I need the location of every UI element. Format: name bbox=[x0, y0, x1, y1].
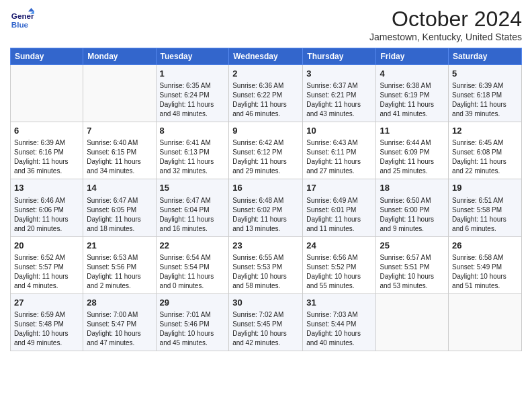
daylight-text: Daylight: 11 hours and 4 minutes. bbox=[14, 272, 79, 291]
daylight-text: Daylight: 11 hours and 13 minutes. bbox=[232, 215, 299, 234]
daylight-text: Daylight: 10 hours and 40 minutes. bbox=[306, 329, 372, 348]
day-number: 27 bbox=[14, 297, 79, 309]
sunrise-text: Sunrise: 6:48 AM bbox=[232, 196, 299, 205]
daylight-text: Daylight: 10 hours and 53 minutes. bbox=[380, 272, 445, 291]
sunrise-text: Sunrise: 6:46 AM bbox=[14, 196, 79, 205]
calendar-cell: 31Sunrise: 7:03 AMSunset: 5:44 PMDayligh… bbox=[303, 293, 376, 351]
calendar-cell: 24Sunrise: 6:56 AMSunset: 5:52 PMDayligh… bbox=[303, 236, 376, 293]
sunrise-text: Sunrise: 7:01 AM bbox=[160, 310, 226, 320]
sunrise-text: Sunrise: 6:45 AM bbox=[452, 138, 518, 148]
calendar-cell: 9Sunrise: 6:42 AMSunset: 6:12 PMDaylight… bbox=[229, 122, 303, 179]
daylight-text: Daylight: 11 hours and 41 minutes. bbox=[380, 100, 445, 119]
sunrise-text: Sunrise: 6:39 AM bbox=[452, 81, 518, 91]
calendar-cell: 18Sunrise: 6:50 AMSunset: 6:00 PMDayligh… bbox=[376, 179, 449, 236]
title-block: October 2024 Jamestown, Kentucky, United… bbox=[369, 7, 522, 42]
sunset-text: Sunset: 6:13 PM bbox=[160, 148, 226, 157]
calendar-cell: 17Sunrise: 6:49 AMSunset: 6:01 PMDayligh… bbox=[303, 179, 376, 236]
svg-text:Blue: Blue bbox=[11, 20, 29, 29]
sunset-text: Sunset: 5:49 PM bbox=[452, 263, 518, 272]
daylight-text: Daylight: 11 hours and 16 minutes. bbox=[160, 215, 226, 234]
calendar-cell: 11Sunrise: 6:44 AMSunset: 6:09 PMDayligh… bbox=[376, 122, 449, 179]
daylight-text: Daylight: 11 hours and 39 minutes. bbox=[452, 100, 518, 119]
day-number: 26 bbox=[452, 240, 518, 252]
day-number: 18 bbox=[380, 182, 445, 194]
calendar-cell: 6Sunrise: 6:39 AMSunset: 6:16 PMDaylight… bbox=[11, 122, 83, 179]
sunrise-text: Sunrise: 6:52 AM bbox=[14, 253, 79, 263]
calendar-cell: 20Sunrise: 6:52 AMSunset: 5:57 PMDayligh… bbox=[11, 236, 83, 293]
sunrise-text: Sunrise: 6:50 AM bbox=[380, 196, 445, 205]
daylight-text: Daylight: 10 hours and 51 minutes. bbox=[452, 272, 518, 291]
day-number: 7 bbox=[87, 125, 152, 137]
calendar-week-row: 13Sunrise: 6:46 AMSunset: 6:06 PMDayligh… bbox=[11, 179, 522, 236]
calendar-week-row: 20Sunrise: 6:52 AMSunset: 5:57 PMDayligh… bbox=[11, 236, 522, 293]
sunset-text: Sunset: 6:16 PM bbox=[14, 148, 79, 157]
day-number: 25 bbox=[380, 240, 445, 252]
header: General Blue October 2024 Jamestown, Ken… bbox=[10, 7, 522, 42]
day-number: 11 bbox=[380, 125, 445, 137]
calendar-cell: 16Sunrise: 6:48 AMSunset: 6:02 PMDayligh… bbox=[229, 179, 303, 236]
day-number: 8 bbox=[160, 125, 226, 137]
calendar-cell: 25Sunrise: 6:57 AMSunset: 5:51 PMDayligh… bbox=[376, 236, 449, 293]
weekday-header-sunday: Sunday bbox=[11, 48, 83, 65]
sunset-text: Sunset: 6:02 PM bbox=[232, 205, 299, 215]
day-number: 10 bbox=[306, 125, 372, 137]
daylight-text: Daylight: 10 hours and 42 minutes. bbox=[232, 329, 299, 348]
daylight-text: Daylight: 11 hours and 43 minutes. bbox=[306, 100, 372, 119]
day-number: 13 bbox=[14, 182, 79, 194]
day-number: 15 bbox=[160, 182, 226, 194]
logo: General Blue bbox=[10, 7, 34, 31]
sunset-text: Sunset: 5:46 PM bbox=[160, 320, 226, 329]
day-number: 17 bbox=[306, 182, 372, 194]
sunrise-text: Sunrise: 6:37 AM bbox=[306, 81, 372, 91]
sunset-text: Sunset: 6:08 PM bbox=[452, 148, 518, 157]
sunrise-text: Sunrise: 6:43 AM bbox=[306, 138, 372, 148]
calendar-cell: 12Sunrise: 6:45 AMSunset: 6:08 PMDayligh… bbox=[449, 122, 522, 179]
daylight-text: Daylight: 11 hours and 34 minutes. bbox=[87, 157, 152, 176]
calendar-cell: 1Sunrise: 6:35 AMSunset: 6:24 PMDaylight… bbox=[156, 65, 229, 122]
sunset-text: Sunset: 6:19 PM bbox=[380, 91, 445, 100]
weekday-header-row: SundayMondayTuesdayWednesdayThursdayFrid… bbox=[11, 48, 522, 65]
sunset-text: Sunset: 5:47 PM bbox=[87, 320, 152, 329]
calendar-cell bbox=[376, 293, 449, 351]
location: Jamestown, Kentucky, United States bbox=[369, 32, 522, 42]
sunset-text: Sunset: 6:06 PM bbox=[14, 205, 79, 215]
sunset-text: Sunset: 6:01 PM bbox=[306, 205, 372, 215]
daylight-text: Daylight: 11 hours and 22 minutes. bbox=[452, 157, 518, 176]
sunrise-text: Sunrise: 6:54 AM bbox=[160, 253, 226, 263]
daylight-text: Daylight: 10 hours and 55 minutes. bbox=[306, 272, 372, 291]
sunrise-text: Sunrise: 6:44 AM bbox=[380, 138, 445, 148]
main-container: General Blue October 2024 Jamestown, Ken… bbox=[0, 0, 532, 358]
sunset-text: Sunset: 6:00 PM bbox=[380, 205, 445, 215]
daylight-text: Daylight: 11 hours and 25 minutes. bbox=[380, 157, 445, 176]
daylight-text: Daylight: 11 hours and 46 minutes. bbox=[232, 100, 299, 119]
calendar-cell: 27Sunrise: 6:59 AMSunset: 5:48 PMDayligh… bbox=[11, 293, 83, 351]
sunset-text: Sunset: 6:18 PM bbox=[452, 91, 518, 100]
daylight-text: Daylight: 11 hours and 48 minutes. bbox=[160, 100, 226, 119]
day-number: 22 bbox=[160, 240, 226, 252]
day-number: 1 bbox=[160, 68, 226, 80]
weekday-header-thursday: Thursday bbox=[303, 48, 376, 65]
daylight-text: Daylight: 11 hours and 2 minutes. bbox=[87, 272, 152, 291]
sunrise-text: Sunrise: 6:36 AM bbox=[232, 81, 299, 91]
calendar-cell: 8Sunrise: 6:41 AMSunset: 6:13 PMDaylight… bbox=[156, 122, 229, 179]
sunrise-text: Sunrise: 6:55 AM bbox=[232, 253, 299, 263]
sunrise-text: Sunrise: 6:39 AM bbox=[14, 138, 79, 148]
calendar-week-row: 1Sunrise: 6:35 AMSunset: 6:24 PMDaylight… bbox=[11, 65, 522, 122]
month-title: October 2024 bbox=[369, 7, 522, 32]
daylight-text: Daylight: 10 hours and 49 minutes. bbox=[14, 329, 79, 348]
sunrise-text: Sunrise: 6:40 AM bbox=[87, 138, 152, 148]
sunrise-text: Sunrise: 6:51 AM bbox=[452, 196, 518, 205]
sunset-text: Sunset: 5:44 PM bbox=[306, 320, 372, 329]
sunrise-text: Sunrise: 6:58 AM bbox=[452, 253, 518, 263]
day-number: 16 bbox=[232, 182, 299, 194]
sunset-text: Sunset: 6:21 PM bbox=[306, 91, 372, 100]
weekday-header-saturday: Saturday bbox=[449, 48, 522, 65]
weekday-header-friday: Friday bbox=[376, 48, 449, 65]
calendar-cell: 21Sunrise: 6:53 AMSunset: 5:56 PMDayligh… bbox=[83, 236, 156, 293]
sunrise-text: Sunrise: 7:03 AM bbox=[306, 310, 372, 320]
sunrise-text: Sunrise: 6:38 AM bbox=[380, 81, 445, 91]
daylight-text: Daylight: 10 hours and 58 minutes. bbox=[232, 272, 299, 291]
day-number: 6 bbox=[14, 125, 79, 137]
sunset-text: Sunset: 5:54 PM bbox=[160, 263, 226, 272]
daylight-text: Daylight: 11 hours and 18 minutes. bbox=[87, 215, 152, 234]
